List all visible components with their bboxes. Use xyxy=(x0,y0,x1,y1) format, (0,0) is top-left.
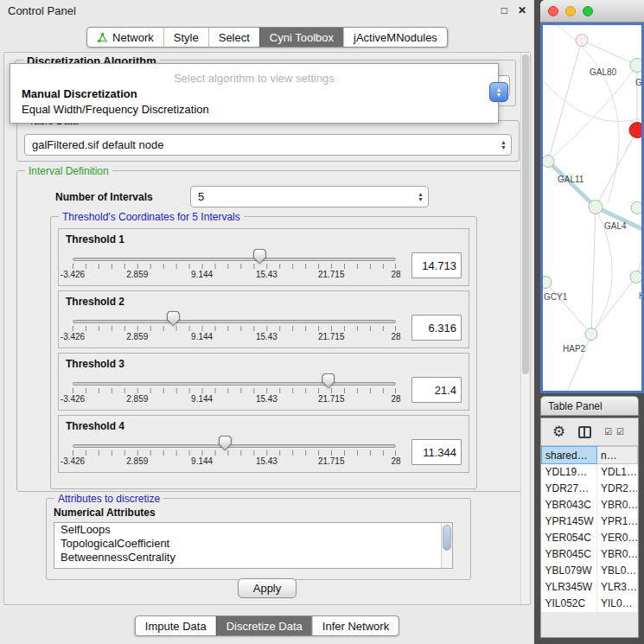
network-edge[interactable] xyxy=(591,277,636,335)
tab-discretize-data[interactable]: Discretize Data xyxy=(216,616,312,635)
network-node[interactable] xyxy=(589,201,603,214)
threshold-slider[interactable]: -3.4262.8599.14415.4321.71528 xyxy=(66,372,403,408)
table-cell[interactable]: YIL052C xyxy=(542,596,597,612)
threshold-value-field[interactable]: 14.713 xyxy=(411,252,462,278)
minimize-button[interactable] xyxy=(565,6,576,16)
table-cell[interactable]: YER054C xyxy=(542,530,597,546)
tab-select[interactable]: Select xyxy=(208,28,259,47)
columns-icon[interactable] xyxy=(578,426,591,438)
list-scrollbar-thumb[interactable] xyxy=(443,525,451,551)
network-node[interactable] xyxy=(543,277,552,289)
table-cell[interactable]: YDL19… xyxy=(542,464,597,481)
tab-jactivemnodules[interactable]: jActiveMNodules xyxy=(343,28,447,47)
network-edge[interactable] xyxy=(548,162,596,207)
slider-thumb[interactable] xyxy=(167,311,180,326)
threshold-slider[interactable]: -3.4262.8599.14415.4321.71528 xyxy=(66,309,403,346)
table-cell[interactable]: YBR045C xyxy=(542,546,597,563)
control-panel-titlebar[interactable]: Control Panel □ ✕ xyxy=(0,0,534,21)
network-edge[interactable] xyxy=(545,283,591,335)
slider-scale: -3.4262.8599.14415.4321.71528 xyxy=(73,332,396,342)
table-cell[interactable]: YLR345W xyxy=(542,579,597,596)
slider-scale: -3.4262.8599.14415.4321.71528 xyxy=(73,394,396,405)
table-cell[interactable]: YPR145W xyxy=(542,513,597,530)
table-row[interactable]: YIL052CYIL0… xyxy=(542,596,638,612)
network-node[interactable] xyxy=(630,59,641,73)
table-row[interactable]: YBR043CYBR0… xyxy=(542,497,638,513)
tab-infer-network[interactable]: Infer Network xyxy=(312,616,399,635)
threshold-slider[interactable]: -3.4262.8599.14415.4321.71528 xyxy=(66,434,403,470)
network-edge[interactable] xyxy=(567,335,591,392)
table-cell[interactable]: YIL0… xyxy=(597,596,638,612)
table-row[interactable]: YBL079WYBL0… xyxy=(542,563,638,579)
table-cell[interactable]: YBL0… xyxy=(597,563,638,579)
table-row[interactable]: YDL19…YDL1… xyxy=(542,464,638,481)
network-node[interactable] xyxy=(629,123,641,138)
attribute-item[interactable]: SelfLoops xyxy=(54,523,452,537)
slider-thumb[interactable] xyxy=(219,436,232,450)
table-row[interactable]: YBR045CYBR0… xyxy=(542,546,638,563)
numerical-attributes-list[interactable]: SelfLoopsTopologicalCoefficientBetweenne… xyxy=(54,522,453,569)
table-row[interactable]: YER054CYER0… xyxy=(542,530,638,546)
tab-cyni-toolbox[interactable]: Cyni Toolbox xyxy=(259,28,343,47)
threshold-value-field[interactable]: 6.316 xyxy=(411,315,462,341)
apply-button[interactable]: Apply xyxy=(238,578,296,598)
table-row[interactable]: YDR27…YDR2… xyxy=(542,481,638,497)
algorithm-option[interactable]: Equal Width/Frequency Discretization xyxy=(10,102,498,118)
network-edge[interactable] xyxy=(548,41,582,162)
panel-scrollbar-thumb[interactable] xyxy=(522,54,529,374)
table-cell[interactable]: YDR27… xyxy=(542,481,597,497)
network-node[interactable] xyxy=(585,328,597,341)
slider-thumb[interactable] xyxy=(322,373,335,388)
table-cell[interactable]: YBR043C xyxy=(542,497,597,513)
network-edge[interactable] xyxy=(591,207,596,335)
network-node[interactable] xyxy=(630,271,641,284)
network-edge[interactable] xyxy=(582,41,637,66)
network-edge[interactable] xyxy=(596,131,637,207)
table-cell[interactable]: YDR2… xyxy=(597,481,638,497)
threshold-value-field[interactable]: 21.4 xyxy=(411,377,462,403)
zoom-button[interactable] xyxy=(583,6,593,16)
table-data-combobox[interactable]: galFiltered.sif default node ▲▼ xyxy=(24,134,512,156)
network-node[interactable] xyxy=(576,35,588,47)
column-header[interactable]: n… xyxy=(597,447,638,464)
table-cell[interactable]: YBR0… xyxy=(597,546,638,563)
tab-style[interactable]: Style xyxy=(163,28,208,47)
attribute-item[interactable]: BetweennessCentrality xyxy=(54,551,452,564)
network-graph[interactable]: GAL80GAL11GAL4GCY1HAP2GAH xyxy=(543,25,641,391)
close-window-icon[interactable]: ✕ xyxy=(518,4,526,16)
table-panel-titlebar[interactable]: Table Panel xyxy=(540,396,639,416)
table-cell[interactable]: YLR3… xyxy=(597,579,638,596)
table-cell[interactable]: YBL079W xyxy=(542,563,597,579)
threshold-value-field[interactable]: 11.344 xyxy=(411,439,462,465)
tab-impute-data[interactable]: Impute Data xyxy=(136,616,216,635)
network-node[interactable] xyxy=(543,156,554,168)
tab-network[interactable]: Network xyxy=(87,28,163,47)
attribute-item[interactable]: TopologicalCoefficient xyxy=(54,537,452,551)
combobox-stepper-icon[interactable]: ▲▼ xyxy=(489,82,508,102)
threshold-slider[interactable]: -3.4262.8599.14415.4321.71528 xyxy=(66,247,403,284)
table-cell[interactable]: YER0… xyxy=(597,530,638,546)
table-row[interactable]: YPR145WYPR1… xyxy=(542,513,638,530)
table-cell[interactable]: YBR0… xyxy=(597,497,638,513)
list-scrollbar[interactable] xyxy=(441,523,452,568)
slider-thumb[interactable] xyxy=(253,249,266,264)
network-node[interactable] xyxy=(631,202,641,214)
network-canvas[interactable]: GAL80GAL11GAL4GCY1HAP2GAH xyxy=(540,22,644,393)
column-header[interactable]: shared… xyxy=(542,447,597,464)
float-window-icon[interactable]: □ xyxy=(501,4,507,16)
table-cell[interactable]: YDL1… xyxy=(597,464,638,481)
slider-track[interactable] xyxy=(73,444,396,448)
slider-track[interactable] xyxy=(73,320,396,323)
settings-gear-icon[interactable]: ⚙ xyxy=(552,424,565,439)
number-of-intervals-combobox[interactable]: 5 ▲▼ xyxy=(190,186,429,207)
slider-track[interactable] xyxy=(73,258,396,261)
slider-track[interactable] xyxy=(73,382,396,386)
algorithm-option[interactable]: Manual Discretization xyxy=(10,86,498,102)
column-checkbox-icons[interactable]: ☑ ☑ xyxy=(604,427,625,437)
table-cell[interactable]: YPR1… xyxy=(597,513,638,530)
close-button[interactable] xyxy=(548,6,558,16)
panel-scrollbar[interactable] xyxy=(520,53,530,604)
scale-label: 21.715 xyxy=(318,270,345,279)
table-row[interactable]: YLR345WYLR3… xyxy=(542,579,638,596)
network-window-titlebar[interactable] xyxy=(540,0,644,22)
